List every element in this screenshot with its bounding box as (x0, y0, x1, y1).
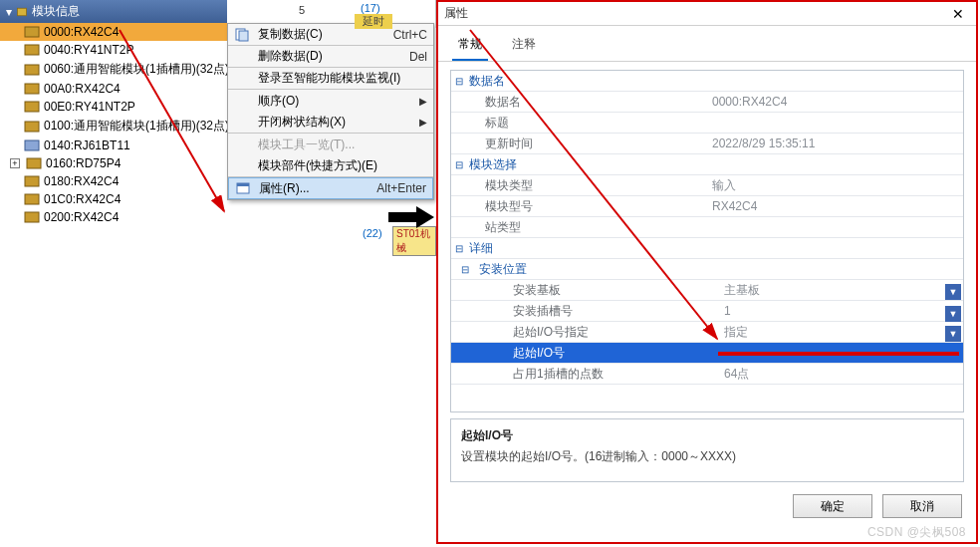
tab-general[interactable]: 常规 (452, 32, 488, 61)
tree-item-0160[interactable]: +0160:RD75P4 (0, 154, 227, 172)
row-slot[interactable]: 安装插槽号1▼ (451, 301, 963, 322)
prop-key: 占用1插槽的点数 (479, 366, 718, 383)
row-board[interactable]: 安装基板主基板▼ (451, 280, 963, 301)
submenu-arrow-icon: ▶ (419, 96, 427, 107)
tree-item-0060[interactable]: 0060:通用智能模块(1插槽用)(32点) (0, 59, 227, 80)
svg-rect-7 (25, 140, 39, 150)
ctx-label: 模块部件(快捷方式)(E) (258, 157, 427, 174)
close-icon[interactable]: ✕ (946, 6, 970, 22)
row-module-type[interactable]: 模块类型输入 (451, 175, 963, 196)
tree-item-0200[interactable]: 0200:RX42C4 (0, 208, 227, 226)
ctx-register-monitor[interactable]: 登录至智能功能模块监视(I) (228, 68, 433, 90)
section-label: 详细 (467, 240, 706, 257)
frag2-box: ST01机械 (392, 226, 436, 256)
ctx-module-parts[interactable]: 模块部件(快捷方式)(E) (228, 155, 433, 177)
prop-value[interactable]: 指定▼ (718, 324, 963, 341)
collapse-icon[interactable]: ▾ (6, 5, 12, 19)
tree-item-0100[interactable]: 0100:通用智能模块(1插槽用)(32点) (0, 116, 227, 137)
tree-item-01C0[interactable]: 01C0:RX42C4 (0, 190, 227, 208)
section-data-name[interactable]: ⊟数据名 (451, 71, 963, 92)
row-update-time[interactable]: 更新时间2022/8/29 15:35:11 (451, 134, 963, 154)
prop-value[interactable]: 主基板▼ (718, 282, 963, 299)
dropdown-icon[interactable]: ▼ (945, 284, 961, 300)
tree-item-label: 0200:RX42C4 (44, 210, 119, 224)
module-icon (24, 120, 40, 134)
module-tree-panel: ▾ 模块信息 0000:RX42C4 0040:RY41NT2P 0060:通用… (0, 0, 227, 243)
prop-key: 起始I/O号 (479, 345, 718, 362)
properties-dialog: 属性 ✕ 常规 注释 ⊟数据名 数据名0000:RX42C4 标题 更新时间20… (436, 0, 978, 544)
svg-rect-13 (239, 31, 248, 41)
tree-item-0180[interactable]: 0180:RX42C4 (0, 172, 227, 190)
tree-header: ▾ 模块信息 (0, 0, 227, 23)
section-label: 模块选择 (467, 156, 706, 173)
tree-item-label: 0100:通用智能模块(1插槽用)(32点) (44, 118, 227, 135)
prop-key: 模块类型 (467, 177, 706, 194)
expand-icon[interactable]: + (10, 158, 20, 168)
copy-icon (234, 27, 250, 43)
dropdown-icon[interactable]: ▼ (945, 326, 961, 342)
section-install[interactable]: ⊟安装位置 (451, 259, 963, 280)
tree-item-label: 0140:RJ61BT11 (44, 138, 130, 152)
svg-rect-2 (25, 45, 39, 55)
svg-rect-4 (25, 84, 39, 94)
row-data-name[interactable]: 数据名0000:RX42C4 (451, 92, 963, 113)
row-station-type[interactable]: 站类型 (451, 217, 963, 238)
module-icon (24, 25, 40, 39)
tree-item-0040[interactable]: 0040:RY41NT2P (0, 41, 227, 59)
tree-item-label: 0160:RD75P4 (46, 156, 121, 170)
ok-button[interactable]: 确定 (793, 494, 872, 518)
tree-item-0000[interactable]: 0000:RX42C4 (0, 23, 227, 41)
row-io-spec[interactable]: 起始I/O号指定指定▼ (451, 322, 963, 343)
prop-key: 标题 (467, 115, 706, 132)
prop-key: 更新时间 (467, 136, 706, 152)
svg-rect-11 (25, 212, 39, 222)
frag-count: (17) (361, 2, 380, 14)
collapse-icon[interactable]: ⊟ (451, 159, 467, 170)
ctx-label: 开闭树状结构(X) (258, 114, 419, 131)
tree-item-00E0[interactable]: 00E0:RY41NT2P (0, 98, 227, 116)
row-points[interactable]: 占用1插槽的点数64点 (451, 364, 963, 385)
tree-item-label: 0180:RX42C4 (44, 174, 119, 188)
tree-item-00A0[interactable]: 00A0:RX42C4 (0, 80, 227, 98)
ctx-label: 模块工具一览(T)... (258, 137, 427, 153)
help-panel: 起始I/O号 设置模块的起始I/O号。(16进制输入：0000～XXXX) (450, 418, 964, 482)
watermark: CSDN @尖枫508 (867, 524, 966, 541)
ctx-properties[interactable]: 属性(R)...Alt+Enter (228, 177, 433, 199)
prop-value[interactable]: 1▼ (718, 304, 963, 318)
row-start-io[interactable]: 起始I/O号 (451, 343, 963, 364)
help-description: 设置模块的起始I/O号。(16进制输入：0000～XXXX) (461, 448, 953, 465)
module-icon (24, 43, 40, 57)
row-title[interactable]: 标题 (451, 113, 963, 134)
ctx-delete[interactable]: 删除数据(D)Del (228, 46, 433, 68)
svg-rect-6 (25, 122, 39, 132)
frag2-count: (22) (363, 227, 382, 239)
cancel-button[interactable]: 取消 (882, 494, 962, 518)
prop-key: 安装插槽号 (479, 303, 718, 320)
property-grid: ⊟数据名 数据名0000:RX42C4 标题 更新时间2022/8/29 15:… (450, 70, 964, 412)
ctx-module-tools: 模块工具一览(T)... (228, 134, 433, 155)
module-icon (24, 192, 40, 206)
collapse-icon[interactable]: ⊟ (451, 264, 479, 275)
ctx-tree-toggle[interactable]: 开闭树状结构(X)▶ (228, 112, 433, 134)
ctx-label: 顺序(O) (258, 93, 419, 110)
dialog-title: 属性 (444, 5, 946, 22)
tab-comment[interactable]: 注释 (506, 32, 542, 61)
prop-key: 起始I/O号指定 (479, 324, 718, 341)
row-module-model[interactable]: 模块型号RX42C4 (451, 196, 963, 217)
tree-item-0140[interactable]: 0140:RJ61BT11 (0, 137, 227, 154)
ctx-label: 登录至智能功能模块监视(I) (258, 70, 427, 87)
ctx-order[interactable]: 顺序(O)▶ (228, 90, 433, 112)
ctx-shortcut: Ctrl+C (393, 28, 427, 42)
module-icon (24, 138, 40, 152)
prop-key: 数据名 (467, 94, 706, 111)
submenu-arrow-icon: ▶ (419, 117, 427, 128)
dialog-titlebar: 属性 ✕ (438, 2, 976, 26)
context-menu: 复制数据(C)Ctrl+C 删除数据(D)Del 登录至智能功能模块监视(I) … (227, 23, 434, 200)
annotation-arrow-icon (388, 206, 436, 228)
collapse-icon[interactable]: ⊟ (451, 243, 467, 254)
collapse-icon[interactable]: ⊟ (451, 76, 467, 87)
section-module-select[interactable]: ⊟模块选择 (451, 154, 963, 175)
dropdown-icon[interactable]: ▼ (945, 306, 961, 322)
section-detail[interactable]: ⊟详细 (451, 238, 963, 259)
frag-delay-label: 延时 (355, 14, 392, 29)
